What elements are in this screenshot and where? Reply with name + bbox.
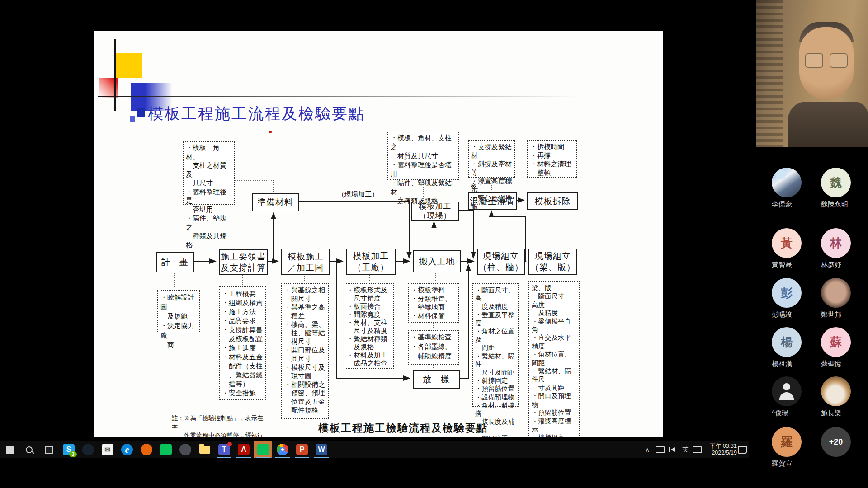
notification-dot [227, 442, 232, 446]
participant-name: 林彥妤 [821, 261, 868, 269]
flow-box-plan: 計 畫 [156, 252, 194, 272]
participant-tile[interactable]: 彭 彭暘竣 [772, 278, 821, 319]
avatar: 魏 [821, 168, 851, 197]
ime-indicator[interactable]: 英 [680, 441, 691, 458]
taskbar-app-wechat[interactable] [157, 441, 175, 458]
flow-box-strip: 模板拆除 [527, 192, 578, 210]
participant-name: 黃智晟 [772, 261, 821, 269]
participant-name: 鄭世邦 [821, 310, 868, 319]
avatar-initial: 魏 [830, 175, 842, 191]
avatar-initial: 黃 [781, 235, 793, 251]
tray-speaker-icon[interactable] [667, 441, 678, 458]
participant-tile[interactable]: 林 林彥妤 [821, 228, 868, 269]
window-blind-shadow [756, 0, 783, 147]
flow-box-column-wall: 現場組立 （柱、牆） [477, 249, 525, 275]
taskbar-app-chrome[interactable] [274, 441, 292, 458]
title-bullet-square [137, 108, 145, 117]
participant-tile[interactable]: 施長樂 [821, 376, 868, 418]
note-box-spec: ・工程概要 ・組織及權責 ・施工方法 ・品質要求 ・支撐計算書 及模板配置 ・施… [219, 286, 266, 400]
shared-slide: 模板工程施工流程及檢驗要點 [94, 31, 663, 437]
participant-tile[interactable]: 羅 羅賀宣 [772, 427, 821, 468]
avatar: 林 [821, 228, 851, 258]
search-button[interactable] [20, 441, 38, 458]
decor-vertical-line [114, 39, 116, 111]
taskbar: S 3 ✉ e T A P [0, 441, 749, 458]
participant-tile[interactable]: 蘇 蘇聖憶 [821, 327, 868, 368]
status-caret-icon: ^ [772, 409, 775, 417]
avatar [772, 168, 802, 197]
acrobat-icon: A [238, 444, 250, 455]
flow-box-drawing: 模板施工 ／加工圖 [281, 249, 330, 275]
note-box-drawing: ・與基線之相 關尺寸 ・與基準之高 程差 ・樓高、梁、 柱、牆等結 構尺寸 ・開… [281, 283, 329, 419]
taskbar-app-line[interactable] [254, 441, 272, 458]
flow-box-prepare: 準備材料 [252, 193, 299, 211]
avatar-initial: 楊 [781, 334, 793, 350]
onsite-processing-label: （現場加工） [338, 190, 378, 199]
start-button[interactable] [1, 441, 19, 458]
windows-logo-icon [6, 446, 14, 454]
avatar-initial: 蘇 [830, 334, 842, 350]
avatar: 彭 [772, 278, 802, 308]
note-box-factory: ・模板形式及 尺寸精度 ・板面接合 ・間隙寬度 ・角材、支柱 尺寸及精度 ・繫結… [344, 283, 394, 369]
action-center-icon[interactable] [737, 441, 748, 458]
overflow-count-badge: +20 [821, 427, 851, 457]
flowchart-caption: 模板工程施工檢驗流程及檢驗要點 [318, 421, 488, 435]
participant-tile[interactable]: 鄭世邦 [821, 278, 868, 319]
search-icon [26, 446, 33, 453]
participant-name: 彭暘竣 [772, 310, 821, 319]
presenter-shirt [788, 102, 868, 147]
participant-tile[interactable]: 李偲豪 [772, 168, 821, 209]
note-box-onsite: ・模板、角材、支柱之 材質及其尺寸 ・舊料整理後是否堪用 ・隔件、墊塊及繫結材 … [387, 131, 459, 180]
edge-icon: e [121, 444, 133, 455]
word-icon: W [316, 444, 327, 455]
presenter-video[interactable] [756, 0, 868, 147]
flow-box-factory: 模板加工 （工廠） [346, 249, 396, 275]
note-box-strip: ・拆模時間 ・再撐 ・材料之清理 整頓 [527, 140, 577, 178]
taskbar-app-explorer[interactable] [196, 441, 214, 458]
tray-display-icon[interactable] [655, 441, 665, 458]
taskbar-app-skype[interactable]: S 3 [60, 441, 78, 458]
avatar [772, 376, 802, 406]
task-view-button[interactable] [40, 441, 58, 458]
avatar: 黃 [772, 228, 802, 258]
avatar [821, 376, 851, 406]
notification-badge: 3 [69, 451, 77, 457]
flow-box-beam-slab: 現場組立 （梁、版） [528, 249, 577, 275]
participant-name: ^俊瑒 [772, 409, 821, 418]
participant-name: 李偲豪 [772, 200, 821, 209]
participant-tile[interactable]: 黃 黃智晟 [772, 228, 821, 269]
clock-time: 下午 03:31 [710, 443, 737, 450]
mail-icon: ✉ [102, 444, 113, 455]
avatar-initial: 羅 [781, 434, 793, 450]
participant-tile[interactable]: 楊 楊祖漢 [772, 327, 821, 368]
flow-box-movein: 搬入工地 [413, 250, 461, 272]
taskbar-app-steam[interactable] [79, 441, 97, 458]
tray-clock[interactable]: 下午 03:31 2022/5/19 [703, 441, 737, 458]
taskbar-app-teams[interactable]: T [215, 441, 233, 458]
taskbar-app-mail[interactable]: ✉ [99, 441, 117, 458]
touch-keyboard-icon[interactable] [692, 441, 703, 458]
taskbar-app-word[interactable]: W [312, 441, 330, 458]
avatar: 蘇 [821, 327, 851, 357]
line-icon [257, 444, 269, 455]
avatar-initial: 林 [830, 235, 842, 251]
taskbar-app-firefox[interactable] [137, 441, 156, 458]
participant-tile[interactable]: 魏 魏陳永明 [821, 168, 868, 209]
note-box-column-wall: ・斷面尺寸、高 度及精度 ・垂直及平整度 ・角材之位置及 間距 ・繫結材、隔件 … [472, 283, 519, 407]
decor-horizontal-line [98, 96, 579, 97]
task-view-icon [45, 446, 53, 454]
taskbar-app-acrobat[interactable]: A [235, 441, 253, 458]
avatar-initial: 彭 [781, 285, 793, 301]
note-box-pour: ・支撐及繫結材 ・斜撐及牽材等 ・澆置高度標示 ・緊急應變措施 [468, 140, 515, 178]
taskbar-app-obs[interactable] [176, 441, 194, 458]
participant-tile[interactable]: ^俊瑒 [772, 376, 821, 418]
taskbar-app-edge[interactable]: e [118, 441, 136, 458]
participant-overflow-tile[interactable]: +20 [821, 427, 868, 457]
note-box-beam-slab: 梁、版 ・斷面尺寸、高度 及精度 ・梁側模平直角 ・直交及水平精度 ・角材位置、… [528, 281, 580, 437]
participant-name: 魏陳永明 [821, 200, 868, 209]
taskbar-app-powerpoint[interactable]: P [293, 441, 311, 458]
obs-icon [179, 444, 191, 455]
file-explorer-icon [199, 446, 210, 454]
note-box-prepare: ・模板、角材、 支柱之材質及 其尺寸 ・舊料整理後是 否堪用 ・隔件、墊塊之 種… [183, 141, 235, 205]
tray-chevron-icon[interactable]: ∧ [642, 441, 653, 458]
